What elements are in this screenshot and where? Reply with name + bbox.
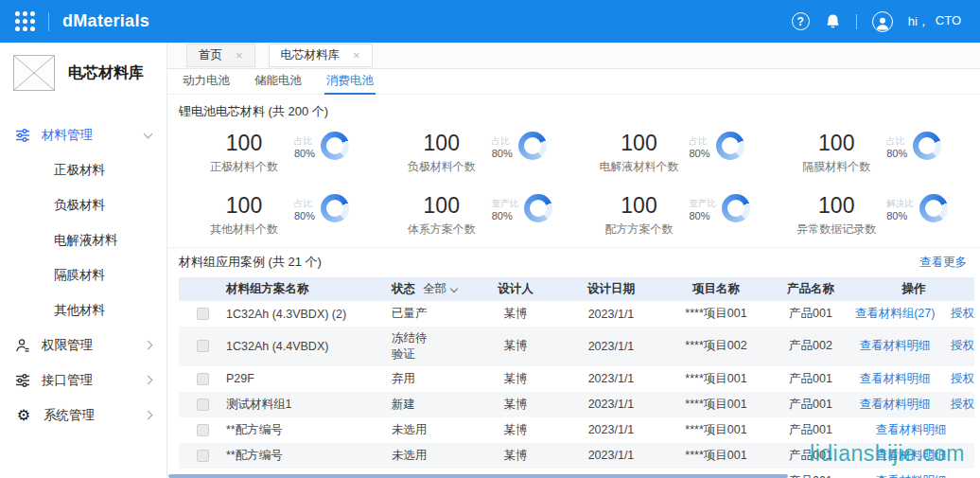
battery-type-tab[interactable]: 动力电池 (181, 68, 232, 95)
table-row: 1C32Ah (4.3VBDX) (2) 已量产 某博 2023/1/1 ***… (179, 301, 974, 327)
chevron-right-icon (144, 411, 153, 420)
close-icon[interactable]: × (353, 49, 360, 62)
greeting-text: hi， (908, 13, 930, 30)
progress-ring-icon (321, 194, 349, 222)
user-role: CTO (936, 13, 961, 30)
cell-date: 2023/1/1 (564, 340, 658, 353)
ratio-label: 占比 (294, 198, 312, 210)
row-checkbox[interactable] (197, 340, 209, 352)
stats-title: 锂电池电芯材料 (共 200 个) (179, 103, 969, 120)
stat-label: 负极材料个数 (408, 159, 476, 175)
progress-ring-icon (716, 132, 744, 160)
row-checkbox[interactable] (197, 450, 209, 462)
stat-label: 配方方案个数 (605, 221, 674, 238)
table-row: 1C32Ah (4.4VBDX) 冻结待 验证 某博 2023/1/1 ****… (179, 327, 974, 366)
cell-project: ****项目001 (658, 371, 774, 387)
stat-card: 100 负极材料个数 占比 80% (376, 128, 574, 179)
view-detail-link[interactable]: 查看材料明细 (848, 338, 942, 354)
sliders-icon (15, 128, 30, 143)
subtab-label: 储能电池 (254, 74, 302, 87)
sidebar-item-material-management[interactable]: 材料管理 (0, 117, 166, 152)
chevron-down-icon (450, 284, 458, 292)
sidebar-item-label: 权限管理 (42, 337, 133, 354)
cell-project: ****项目001 (658, 397, 774, 413)
ratio-value: 80% (690, 148, 710, 159)
stat-label: 异常数据记录数 (796, 221, 876, 238)
table-row: 测试材料组1 新建 某博 2023/1/1 ****项目001 产品001 查看… (179, 392, 974, 417)
sidebar-item-permission-management[interactable]: 权限管理 (0, 328, 166, 363)
row-checkbox[interactable] (197, 424, 209, 436)
page-tab[interactable]: 首页 × (186, 44, 255, 67)
ratio-value: 80% (294, 148, 315, 159)
sidebar-item-system-management[interactable]: ⚙ 系统管理 (0, 398, 166, 433)
gear-icon: ⚙ (15, 408, 32, 423)
cell-project: ****项目002 (658, 338, 774, 354)
col-project: 项目名称 (658, 281, 774, 297)
authorize-link[interactable]: 授权 (942, 338, 974, 354)
cell-status: 新建 (392, 393, 467, 416)
stat-card: 100 配方方案个数 量产比 80% (574, 190, 772, 241)
view-detail-link[interactable]: 查看材料明细 (848, 397, 942, 413)
cell-designer: 某博 (467, 448, 564, 464)
authorize-link[interactable]: 授权 (942, 397, 974, 413)
tab-label: 首页 (199, 47, 222, 63)
sidebar-subitem[interactable]: 其他材料 (0, 292, 166, 328)
ratio-value: 80% (886, 210, 907, 221)
user-avatar[interactable] (872, 11, 893, 32)
cell-name: P29F (226, 372, 392, 385)
stat-value: 100 (818, 132, 854, 155)
col-ops: 操作 (848, 281, 980, 297)
user-greeting: hi， CTO (908, 13, 961, 30)
notification-bell-icon[interactable] (825, 13, 841, 29)
row-checkbox[interactable] (197, 308, 209, 320)
stat-card: 100 异常数据记录数 解决比 80% (771, 190, 969, 241)
stat-card: 100 其他材料个数 占比 80% (179, 190, 376, 241)
battery-type-tab[interactable]: 消费电池 (324, 68, 376, 95)
table-header-row: 材料组方案名称 状态 全部 设计人 设计日期 项目名称 产品名称 操作 (179, 277, 974, 301)
ratio-value: 80% (886, 148, 907, 159)
cell-project: ****项目001 (658, 422, 774, 438)
stat-value: 100 (621, 132, 656, 155)
ratio-label: 占比 (886, 135, 904, 148)
sidebar-subitem[interactable]: 负极材料 (0, 187, 166, 222)
cell-product: 产品001 (774, 371, 848, 387)
stat-value: 100 (818, 194, 854, 218)
horizontal-scrollbar[interactable] (168, 474, 788, 478)
stat-card: 100 隔膜材料个数 占比 80% (771, 128, 969, 179)
sidebar-item-interface-management[interactable]: 接口管理 (0, 363, 166, 398)
ratio-label: 解决比 (886, 198, 914, 210)
stat-card: 100 体系方案个数 量产比 80% (376, 190, 574, 241)
view-detail-link[interactable]: 查看材料明细 (848, 473, 974, 478)
table-row: P29F 弃用 某博 2023/1/1 ****项目001 产品001 查看材料… (179, 366, 974, 392)
cell-status: 未选用 (392, 444, 467, 468)
help-icon[interactable]: ? (792, 12, 810, 30)
main-content: 首页 × 电芯材料库 × 动力电池 储能电池 消费电池 锂电池电芯材料 (共 2… (167, 43, 980, 478)
open-tabs-bar: 首页 × 电芯材料库 × (167, 43, 980, 69)
page-tab[interactable]: 电芯材料库 × (269, 44, 373, 67)
cell-name: **配方编号 (226, 448, 392, 464)
cell-date: 2023/1/1 (564, 308, 658, 321)
cell-status: 已量产 (392, 302, 467, 326)
sidebar-subitem[interactable]: 电解液材料 (0, 222, 166, 257)
authorize-link[interactable]: 授权 (942, 371, 974, 387)
view-detail-link[interactable]: 查看材料明细 (848, 371, 942, 387)
view-detail-link[interactable]: 查看材料明细 (848, 422, 974, 438)
authorize-link[interactable]: 授权 (942, 306, 974, 322)
row-checkbox[interactable] (197, 373, 209, 385)
row-checkbox[interactable] (197, 398, 209, 411)
view-detail-link[interactable]: 查看材料组(27) (848, 306, 942, 322)
subtab-label: 消费电池 (326, 74, 374, 87)
ratio-label: 占比 (294, 135, 312, 148)
cell-product: 产品002 (774, 338, 848, 354)
battery-type-tab[interactable]: 储能电池 (253, 68, 304, 95)
view-more-link[interactable]: 查看更多 (919, 255, 967, 271)
progress-ring-icon (321, 132, 349, 160)
close-icon[interactable]: × (236, 49, 243, 62)
status-filter-dropdown[interactable]: 全部 (423, 281, 457, 297)
stat-label: 体系方案个数 (408, 221, 476, 238)
sidebar-subitem[interactable]: 正极材料 (0, 152, 166, 187)
stat-label: 隔膜材料个数 (802, 159, 870, 175)
sidebar-subitem[interactable]: 隔膜材料 (0, 257, 166, 292)
cell-name: **配方编号 (226, 422, 392, 438)
app-launcher-icon[interactable] (15, 11, 35, 31)
